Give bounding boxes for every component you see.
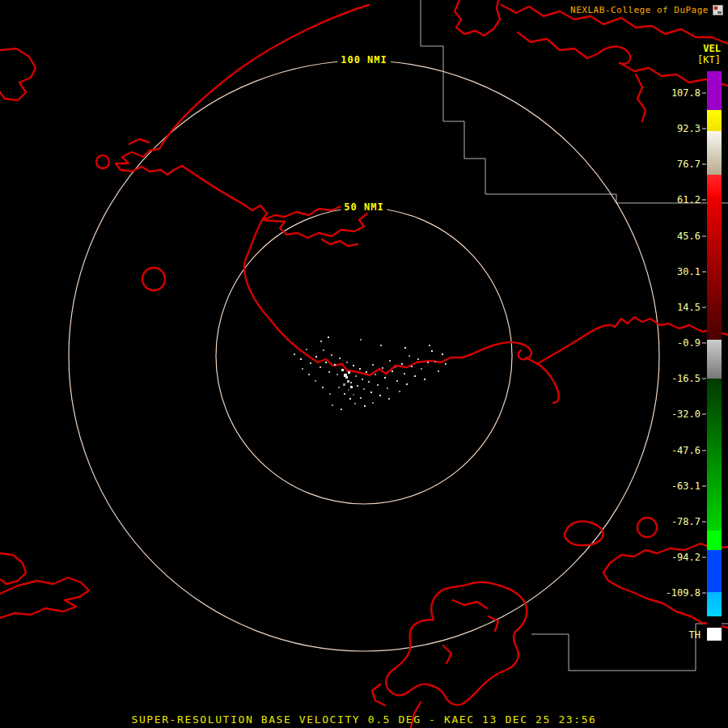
radar-echo (399, 391, 400, 392)
radar-echo (384, 377, 386, 379)
colorbar-units: [KT] (697, 54, 721, 66)
radar-echo (338, 387, 340, 388)
coastline-path (0, 578, 89, 618)
radar-echo (417, 358, 419, 360)
radar-echo (387, 387, 388, 389)
radar-echo (348, 371, 350, 374)
coastline-islet (96, 155, 109, 168)
colorbar-segment (707, 550, 722, 592)
colorbar-tick-label: 61.2 (677, 194, 700, 205)
colorbar-tickmark (702, 379, 706, 379)
radar-echo (396, 380, 398, 382)
radar-echo (360, 397, 362, 399)
radar-echo (354, 403, 356, 404)
radar-echo (380, 345, 382, 346)
radar-display: NEXLAB-College of DuPage VEL [KT] 107.89… (0, 0, 728, 728)
radar-echo (343, 383, 345, 386)
colorbar-segment (707, 592, 722, 616)
colorbar-tickmark (702, 93, 706, 94)
coastline-path (455, 0, 500, 36)
radar-echo (434, 361, 436, 362)
radar-echo (427, 362, 429, 363)
radar-echo (334, 364, 336, 366)
radar-echo (339, 358, 341, 359)
coastline-path (636, 74, 645, 121)
radar-echo (346, 362, 348, 363)
radar-echo (414, 375, 416, 377)
radar-echo (308, 374, 310, 375)
radar-echo (362, 379, 363, 380)
colorbar-tick-label: 92.3 (677, 123, 700, 134)
radar-echo (336, 374, 338, 375)
colorbar-tickmark (702, 414, 706, 415)
range-ring-label: 100 NMI (337, 54, 391, 66)
radar-echo (315, 380, 316, 382)
colorbar-tickmark (702, 521, 706, 522)
coastline-path (443, 645, 451, 663)
colorbar-tickmark (702, 593, 706, 594)
radar-echo (355, 375, 357, 377)
county-boundaries (421, 0, 728, 671)
radar-echo (315, 356, 317, 358)
colorbar-tickmark (702, 450, 706, 451)
colorbar-tick-label: 14.5 (677, 302, 700, 313)
radar-echo (332, 404, 333, 406)
radar-echo (366, 371, 367, 373)
radar-echo (421, 368, 422, 370)
radar-echo (341, 369, 344, 371)
radar-echo (325, 362, 327, 363)
radar-echo (302, 368, 303, 370)
radar-echo (350, 382, 352, 383)
colorbar-tickmark (702, 200, 706, 201)
coastline-path (116, 149, 182, 175)
radar-echo (370, 392, 372, 393)
radar-echo (341, 408, 342, 410)
coastline-path (372, 684, 385, 705)
radar-echo (379, 395, 381, 396)
colorbar-tick-label: -16.5 (671, 373, 700, 384)
radar-echo (377, 384, 379, 386)
radar-echo (328, 336, 329, 338)
radar-echo (300, 358, 302, 360)
colorbar-tickmark (702, 235, 706, 236)
colorbar-tickmark (702, 129, 706, 129)
radar-echo (306, 349, 307, 350)
colorbar-segment (707, 196, 722, 340)
coastline-path (129, 139, 149, 144)
colorbar-tick-label: -32.0 (671, 408, 700, 420)
colorbar-tick-label: 107.8 (671, 87, 700, 99)
radar-echo (310, 362, 311, 364)
colorbar-tick-label: -109.8 (666, 587, 700, 599)
radar-echo (406, 383, 408, 385)
radar-echo (353, 394, 354, 396)
radar-echo (359, 368, 361, 370)
range-ring-label: 50 NMI (341, 201, 387, 213)
colorbar-tickmark (702, 271, 706, 272)
radar-echo (438, 370, 439, 372)
radar-echo (363, 388, 365, 390)
radar-echo (348, 389, 349, 391)
colorbar-tickmark (702, 485, 706, 486)
coastline-path (0, 553, 26, 584)
colorbar-segment (707, 131, 722, 175)
colorbar-tick-label: -47.6 (671, 445, 700, 456)
radar-map-canvas (0, 0, 728, 728)
radar-echo (445, 363, 447, 365)
colorbar-tick-label: -0.9 (677, 337, 700, 349)
radar-echo (382, 367, 383, 369)
colorbar-tickmark (702, 557, 706, 557)
colorbar-segment (707, 175, 722, 196)
colorbar-tick-label: 76.7 (677, 159, 700, 170)
colorbar-segment (707, 379, 722, 531)
radar-echo (394, 366, 396, 368)
radar-echo (375, 374, 376, 375)
brand-banner: NEXLAB-College of DuPage (570, 5, 723, 15)
radar-echo (357, 385, 358, 387)
colorbar-tick-label: -63.1 (671, 480, 700, 492)
colorbar (707, 71, 722, 641)
colorbar-tickmark (702, 164, 706, 165)
coastline-islet (637, 518, 657, 537)
colorbar-tickmark (702, 343, 706, 344)
colorbar-title: VEL (703, 43, 721, 54)
radar-echo (388, 398, 390, 400)
